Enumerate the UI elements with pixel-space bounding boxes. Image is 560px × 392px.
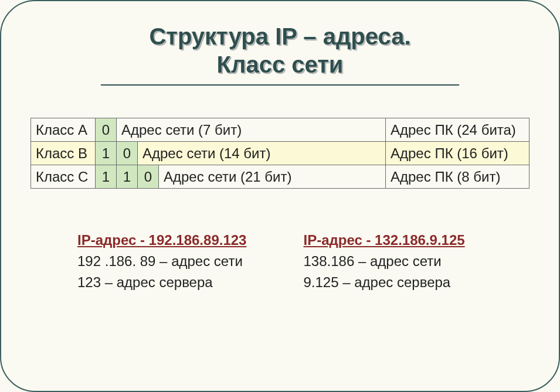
- cell-bit-b1: 0: [117, 142, 138, 165]
- title-line-2: Класс сети: [30, 50, 530, 79]
- cell-pc-a: Адрес ПК (24 бита): [386, 118, 530, 142]
- example-left-head: IP-адрес - 192.186.89.123: [77, 230, 286, 251]
- table-row-class-a: Класс А 0 Адрес сети (7 бит) Адрес ПК (2…: [31, 118, 530, 142]
- cell-bit-c0: 1: [96, 165, 117, 189]
- cell-pc-c: Адрес ПК (8 бит): [386, 165, 530, 189]
- cell-class-a: Класс А: [31, 118, 96, 142]
- cell-net-a: Адрес сети (7 бит): [117, 118, 386, 142]
- cell-bit-c1: 1: [117, 165, 138, 189]
- cell-class-b: Класс В: [31, 142, 96, 165]
- cell-bit-c2: 0: [138, 165, 159, 189]
- title-block: Структура IP – адреса. Класс сети: [30, 22, 530, 86]
- title-line-1: Структура IP – адреса.: [30, 22, 530, 50]
- cell-pc-b: Адрес ПК (16 бит): [386, 142, 530, 165]
- ip-class-table: Класс А 0 Адрес сети (7 бит) Адрес ПК (2…: [30, 118, 530, 189]
- example-left: IP-адрес - 192.186.89.123 192 .186. 89 –…: [77, 230, 286, 293]
- slide-frame: Структура IP – адреса. Класс сети Класс …: [0, 0, 560, 392]
- example-left-line-2: 123 – адрес сервера: [77, 272, 286, 293]
- example-right-head: IP-адрес - 132.186.9.125: [304, 230, 513, 251]
- example-right-line-2: 9.125 – адрес сервера: [304, 272, 513, 293]
- example-right-line-1: 138.186 – адрес сети: [304, 251, 513, 272]
- example-left-line-1: 192 .186. 89 – адрес сети: [77, 251, 286, 272]
- examples-row: IP-адрес - 192.186.89.123 192 .186. 89 –…: [30, 230, 530, 293]
- example-right: IP-адрес - 132.186.9.125 138.186 – адрес…: [304, 230, 513, 293]
- table-row-class-c: Класс С 1 1 0 Адрес сети (21 бит) Адрес …: [31, 165, 530, 189]
- cell-bit-b0: 1: [96, 142, 117, 165]
- title-underline: [101, 84, 459, 86]
- cell-net-c: Адрес сети (21 бит): [159, 165, 386, 189]
- cell-bit-a0: 0: [96, 118, 117, 142]
- table-row-class-b: Класс В 1 0 Адрес сети (14 бит) Адрес ПК…: [31, 142, 530, 165]
- cell-class-c: Класс С: [31, 165, 96, 189]
- cell-net-b: Адрес сети (14 бит): [138, 142, 386, 165]
